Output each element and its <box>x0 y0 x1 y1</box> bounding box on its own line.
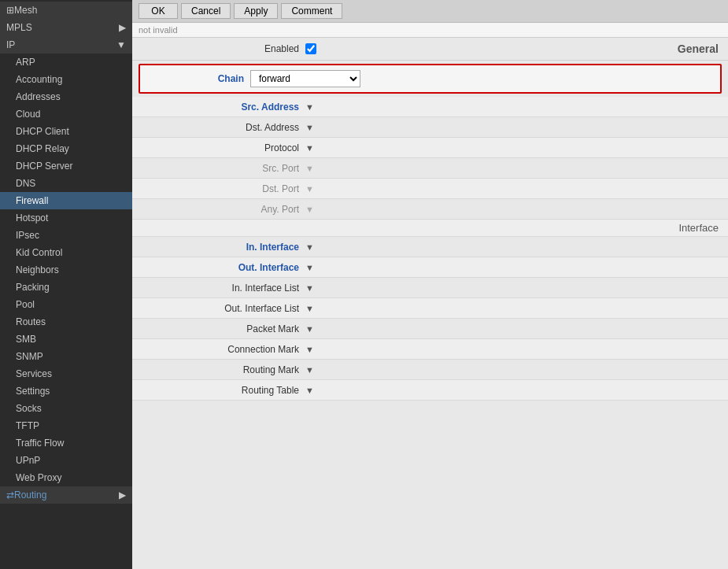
sidebar-item-label: Neighbors <box>16 264 126 275</box>
sidebar-item-routing[interactable]: ⇄ Routing ▶ <box>0 486 132 504</box>
interface-section-label: Interface <box>669 220 728 236</box>
sidebar-item-kid-control[interactable]: Kid Control <box>0 244 132 261</box>
sidebar-item-settings[interactable]: Settings <box>0 382 132 400</box>
form-row-in-interface: In. Interface ▼ <box>132 237 728 257</box>
sidebar-item-hotspot[interactable]: Hotspot <box>0 209 132 227</box>
sidebar-item-dhcp-server[interactable]: DHCP Server <box>0 157 132 175</box>
protocol-label: Protocol <box>142 142 299 153</box>
routing-mark-dropdown-icon[interactable]: ▼ <box>305 365 314 375</box>
sidebar-item-dhcp-relay[interactable]: DHCP Relay <box>0 140 132 157</box>
status-bar: not invalid <box>132 23 728 38</box>
dst-port-dropdown-icon[interactable]: ▼ <box>305 184 314 194</box>
out-interface-list-dropdown-icon[interactable]: ▼ <box>305 304 314 313</box>
sidebar-item-label: DHCP Client <box>16 126 126 137</box>
cancel-button[interactable]: Cancel <box>181 3 231 19</box>
sidebar-item-label: Routes <box>16 316 126 327</box>
connection-mark-dropdown-icon[interactable]: ▼ <box>305 345 314 354</box>
dst-address-dropdown-icon[interactable]: ▼ <box>305 123 314 132</box>
form-row-out-interface: Out. Interface ▼ <box>132 257 728 278</box>
sidebar-item-firewall[interactable]: Firewall <box>0 192 132 209</box>
form-header: Enabled General <box>132 38 728 61</box>
enabled-checkbox[interactable] <box>305 43 316 54</box>
form-row-routing-table: Routing Table ▼ <box>132 380 728 401</box>
in-interface-list-label: In. Interface List <box>142 283 299 294</box>
src-port-label: Src. Port <box>142 163 299 174</box>
form-area: Enabled General Chain forward input outp… <box>132 38 728 569</box>
sidebar-item-traffic-flow[interactable]: Traffic Flow <box>0 434 132 452</box>
sidebar-item-label: Cloud <box>16 109 126 120</box>
connection-mark-label: Connection Mark <box>142 344 299 355</box>
ok-button[interactable]: OK <box>139 3 178 19</box>
any-port-label: Any. Port <box>142 204 299 215</box>
sidebar-item-label: Firewall <box>16 195 126 206</box>
sidebar-item-tftp[interactable]: TFTP <box>0 417 132 434</box>
protocol-dropdown-icon[interactable]: ▼ <box>305 143 314 153</box>
any-port-dropdown-icon[interactable]: ▼ <box>305 205 314 214</box>
form-row-src-port: Src. Port ▼ <box>132 158 728 179</box>
apply-button[interactable]: Apply <box>234 3 278 19</box>
sidebar-item-label: SMB <box>16 334 126 345</box>
routing-mark-label: Routing Mark <box>142 364 299 375</box>
in-interface-dropdown-icon[interactable]: ▼ <box>305 242 314 252</box>
sidebar-item-mpls[interactable]: MPLS ▶ <box>0 19 132 36</box>
form-row-any-port: Any. Port ▼ <box>132 199 728 220</box>
mesh-icon: ⊞ <box>6 5 14 16</box>
in-interface-list-dropdown-icon[interactable]: ▼ <box>305 283 314 293</box>
sidebar-item-neighbors[interactable]: Neighbors <box>0 261 132 279</box>
sidebar-item-arp[interactable]: ARP <box>0 54 132 71</box>
chain-select[interactable]: forward input output prerouting postrout… <box>250 70 360 87</box>
form-row-out-interface-list: Out. Interface List ▼ <box>132 298 728 319</box>
enabled-label: Enabled <box>142 43 299 54</box>
sidebar-item-packing[interactable]: Packing <box>0 279 132 296</box>
routing-table-label: Routing Table <box>142 385 299 396</box>
sidebar-item-label: MPLS <box>6 22 119 33</box>
sidebar-item-accounting[interactable]: Accounting <box>0 71 132 88</box>
sidebar-item-label: Web Proxy <box>16 472 126 483</box>
out-interface-dropdown-icon[interactable]: ▼ <box>305 263 314 272</box>
sidebar-item-label: TFTP <box>16 420 126 431</box>
form-row-in-interface-list: In. Interface List ▼ <box>132 278 728 298</box>
chain-row: Chain forward input output prerouting po… <box>139 64 722 94</box>
sidebar-item-label: DHCP Server <box>16 161 126 172</box>
sidebar-item-ipsec[interactable]: IPsec <box>0 227 132 244</box>
sidebar-item-label: Routing <box>14 490 119 501</box>
sidebar-item-label: Settings <box>16 386 126 397</box>
sidebar-item-routes[interactable]: Routes <box>0 313 132 331</box>
routing-table-dropdown-icon[interactable]: ▼ <box>305 386 314 395</box>
sidebar-item-pool[interactable]: Pool <box>0 296 132 313</box>
routing-icon: ⇄ <box>6 490 14 501</box>
out-interface-label: Out. Interface <box>142 262 299 273</box>
sidebar-item-label: DHCP Relay <box>16 143 126 154</box>
sidebar-item-smb[interactable]: SMB <box>0 331 132 348</box>
src-port-dropdown-icon[interactable]: ▼ <box>305 164 314 173</box>
sidebar-item-mesh[interactable]: ⊞ Mesh <box>0 2 132 19</box>
packet-mark-dropdown-icon[interactable]: ▼ <box>305 324 314 334</box>
sidebar-item-socks[interactable]: Socks <box>0 400 132 417</box>
sidebar-item-label: Hotspot <box>16 212 126 224</box>
in-interface-label: In. Interface <box>142 242 299 253</box>
top-bar: OK Cancel Apply Comment <box>132 0 728 23</box>
sidebar-item-upnp[interactable]: UPnP <box>0 452 132 469</box>
sidebar-item-dns[interactable]: DNS <box>0 175 132 192</box>
content-area: OK Cancel Apply Comment not invalid Enab… <box>132 0 728 569</box>
dst-address-label: Dst. Address <box>142 122 299 133</box>
sidebar-item-dhcp-client[interactable]: DHCP Client <box>0 123 132 140</box>
sidebar-item-addresses[interactable]: Addresses <box>0 88 132 105</box>
comment-button[interactable]: Comment <box>281 3 342 19</box>
chevron-down-icon: ▼ <box>116 39 126 50</box>
sidebar-item-services[interactable]: Services <box>0 365 132 382</box>
sidebar-item-snmp[interactable]: SNMP <box>0 348 132 365</box>
sidebar: ⊞ Mesh MPLS ▶ IP ▼ ARP Accounting Addres… <box>0 0 132 569</box>
sidebar-item-cloud[interactable]: Cloud <box>0 105 132 123</box>
sidebar-item-label: IP <box>6 39 116 50</box>
src-address-dropdown-icon[interactable]: ▼ <box>305 102 314 112</box>
sidebar-item-ip[interactable]: IP ▼ <box>0 36 132 54</box>
sidebar-item-label: Pool <box>16 299 126 310</box>
chevron-right-icon: ▶ <box>119 22 126 33</box>
out-interface-list-label: Out. Interface List <box>142 303 299 314</box>
form-row-routing-mark: Routing Mark ▼ <box>132 360 728 380</box>
form-row-protocol: Protocol ▼ <box>132 138 728 158</box>
sidebar-item-web-proxy[interactable]: Web Proxy <box>0 469 132 486</box>
sidebar-item-label: Packing <box>16 282 126 293</box>
form-row-src-address: Src. Address ▼ <box>132 97 728 117</box>
